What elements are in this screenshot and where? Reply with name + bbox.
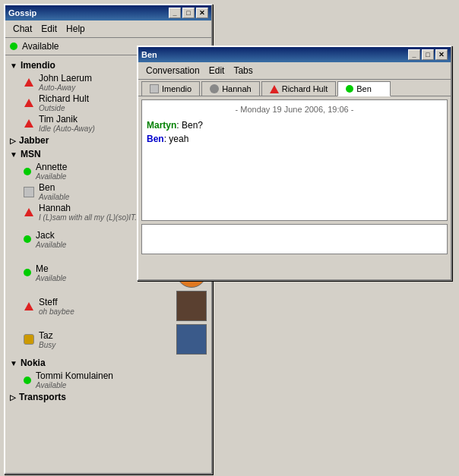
status-icon-ben [24,187,34,197]
tab-richard-label: Richard Hult [282,84,328,93]
speaker-martyn: Martyn [147,120,176,131]
contact-steff[interactable]: Steff oh baybee [5,289,211,323]
maximize-button[interactable]: □ [182,8,195,18]
contact-taz[interactable]: Taz Busy [5,323,211,356]
chat-message-1: Ben: yeah [147,134,442,144]
hannah-tab-icon [210,84,219,93]
tab-ben[interactable]: Ben [337,81,391,96]
status-dot-tommi [24,377,31,384]
contact-name-hannah: Hannah [39,203,141,213]
status-label: Available [22,41,59,52]
contact-me-left: Me Available [24,263,66,282]
status-icon-steff [24,301,34,311]
chat-textarea[interactable] [142,225,447,254]
contact-name-me: Me [36,263,66,274]
chat-area: - Monday 19 June 2006, 19:06 - Martyn: B… [141,99,448,221]
ben-title: Ben [141,50,157,59]
group-arrow-transports: ▷ [10,393,16,402]
gossip-title: Gossip [8,8,36,17]
group-transports[interactable]: ▷ Transports [5,390,211,404]
contact-name-tommi: Tommi Komulainen [36,370,113,381]
group-arrow-jabber: ▷ [10,137,16,145]
contact-status-john: Auto-Away [39,84,92,92]
tab-hannah[interactable]: Hannah [201,81,260,96]
group-nokia[interactable]: ▼ Nokia [5,356,211,370]
group-arrow-nokia: ▼ [10,359,17,367]
contact-name-richard: Richard Hult [39,93,89,104]
gossip-edit-menu[interactable]: Edit [36,22,62,36]
contact-tommi[interactable]: Tommi Komulainen Available [5,370,211,390]
contact-jack-left: Jack Available [24,230,66,249]
chat-message-0: Martyn: Ben? [147,120,442,131]
ben-menubar: Conversation Edit Tabs [138,62,451,80]
gossip-titlebar: Gossip _ □ ✕ [5,5,211,20]
tab-imendio[interactable]: Imendio [141,81,200,96]
status-icon-hannah [24,207,34,218]
available-dot [10,43,17,50]
speaker-ben: Ben [147,134,164,144]
contact-info-ben: Ben Available [39,182,69,201]
contact-name-tim: Tim Janik [39,114,95,125]
contact-name-steff: Steff [39,297,74,307]
contact-name-ben: Ben [39,182,69,193]
contact-status-me: Available [36,274,66,282]
contact-status-annette: Available [36,172,67,181]
contact-status-tommi: Available [36,381,113,389]
tabs-menu[interactable]: Tabs [229,64,257,77]
imendio-tab-icon [150,84,159,93]
contact-info-me: Me Available [36,263,66,282]
gossip-chat-menu[interactable]: Chat [8,22,36,36]
contact-info-jack: Jack Available [36,230,66,249]
gossip-menubar: Chat Edit Help [5,20,211,38]
contact-status-richard: Outside [39,104,89,112]
ben-minimize-button[interactable]: _ [408,49,420,60]
message-sep-0: : [176,120,182,131]
avatar-steff [176,291,207,321]
gossip-titlebar-buttons: _ □ ✕ [169,8,208,18]
group-label-imendio: Imendio [21,60,55,71]
contact-taz-left: Taz Busy [24,330,55,349]
conversation-menu[interactable]: Conversation [141,64,204,77]
tab-richard[interactable]: Richard Hult [261,81,337,96]
contact-info-tim: Tim Janik Idle (Auto-Away) [39,114,95,133]
contact-status-hannah: I (L)sam with all my (L)(so)IT... [39,213,141,222]
ben-window: Ben _ □ ✕ Conversation Edit Tabs Imendio… [137,46,452,281]
ben-tab-dot [346,85,353,93]
status-icon-taz [24,334,34,345]
group-label-nokia: Nokia [21,358,46,368]
tab-ben-label: Ben [356,84,372,93]
contact-info-richard: Richard Hult Outside [39,93,89,112]
ben-edit-menu[interactable]: Edit [204,64,230,77]
close-button[interactable]: ✕ [196,8,208,18]
tab-bar: Imendio Hannah Richard Hult Ben [138,80,451,96]
tab-hannah-label: Hannah [222,84,252,93]
contact-name-john: John Laerum [39,73,92,84]
chat-date: - Monday 19 June 2006, 19:06 - [147,105,442,114]
status-dot-jack [24,235,31,243]
status-dot-annette [24,168,31,175]
status-icon-tim [24,118,34,129]
contact-status-steff: oh baybee [39,307,74,316]
status-icon-john [24,77,34,88]
group-arrow-msn: ▼ [10,150,17,159]
contact-info-john: John Laerum Auto-Away [39,73,92,92]
contact-info-steff: Steff oh baybee [39,297,74,316]
minimize-button[interactable]: _ [169,8,181,18]
group-arrow-imendio: ▼ [10,61,17,70]
avatar-taz [176,324,207,355]
ben-maximize-button[interactable]: □ [422,49,434,60]
chat-input[interactable] [141,224,448,254]
contact-info-tommi: Tommi Komulainen Available [36,370,113,389]
message-text-1: yeah [169,134,188,144]
richard-tab-icon [270,85,279,93]
group-label-msn: MSN [21,149,41,159]
contact-info-annette: Annette Available [36,162,67,181]
contact-status-tim: Idle (Auto-Away) [39,125,95,133]
ben-close-button[interactable]: ✕ [435,49,448,60]
message-text-0: Ben? [182,120,203,131]
contact-status-taz: Busy [39,341,55,349]
contact-name-taz: Taz [39,330,55,341]
gossip-help-menu[interactable]: Help [62,22,90,36]
group-label-transports: Transports [19,392,66,402]
ben-titlebar-buttons: _ □ ✕ [408,49,448,60]
